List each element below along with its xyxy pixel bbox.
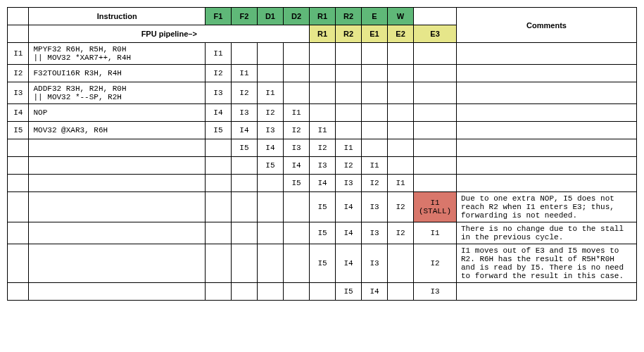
pipe-cell: I3	[362, 244, 388, 283]
table-row: I5 I4 I3	[8, 283, 637, 301]
pipe-cell: I3	[257, 122, 283, 139]
hdr-r1: R1	[309, 8, 335, 25]
hdr2-r2: R2	[336, 25, 362, 43]
stall-line: I1	[430, 199, 439, 207]
pipe-cell: I2	[257, 104, 283, 122]
row-id: I2	[8, 65, 29, 82]
table-row: I2 F32TOUI16R R3H, R4H I2 I1	[8, 65, 637, 82]
table-row: I5 I4 I3 I2 I1	[8, 157, 637, 175]
instruction-cell: NOP	[29, 104, 205, 122]
pipe-cell: I2	[205, 65, 231, 82]
row-id: I1	[8, 43, 29, 65]
pipe-cell: I2	[231, 82, 257, 104]
comment-cell: I1 moves out of E3 and I5 moves to R2. R…	[457, 244, 637, 283]
pipe-cell: I2	[388, 192, 414, 222]
pipe-cell: I3	[362, 192, 388, 222]
hdr2-e3: E3	[414, 25, 457, 43]
hdr2-e1: E1	[362, 25, 388, 43]
pipe-cell: I1	[283, 104, 309, 122]
table-row: I5 I4 I3 I2 I1	[8, 175, 637, 192]
table-row: I4 NOP I4 I3 I2 I1	[8, 104, 637, 122]
pipe-cell: I1	[205, 43, 231, 65]
row-id: I5	[8, 122, 29, 139]
pipe-cell: I1	[414, 222, 457, 244]
inst-line: ADDF32 R3H, R2H, R0H	[33, 84, 126, 93]
inst-line: MPYF32 R6H, R5H, R0H	[33, 45, 126, 54]
pipe-cell: I3	[414, 283, 457, 301]
instruction-cell: MPYF32 R6H, R5H, R0H || MOV32 *XAR7++, R…	[29, 43, 205, 65]
pipe-cell: I5	[309, 244, 335, 283]
pipe-cell: I5	[257, 157, 283, 175]
inst-line: || MOV32 *--SP, R2H	[33, 93, 121, 101]
pipe-cell: I5	[205, 122, 231, 139]
pipe-cell: I3	[309, 157, 335, 175]
pipe-cell: I2	[283, 122, 309, 139]
hdr-w: W	[388, 8, 414, 25]
pipe-cell: I5	[309, 192, 335, 222]
hdr2-e2: E2	[388, 25, 414, 43]
hdr-f2: F2	[231, 8, 257, 25]
row-id: I4	[8, 104, 29, 122]
pipe-cell: I4	[336, 192, 362, 222]
pipe-cell: I3	[336, 175, 362, 192]
instruction-cell: MOV32 @XAR3, R6H	[29, 122, 205, 139]
header-row-1: Instruction F1 F2 D1 D2 R1 R2 E W Commen…	[8, 8, 637, 25]
pipe-cell: I4	[231, 122, 257, 139]
pipe-cell: I1	[309, 122, 335, 139]
hdr-r2: R2	[336, 8, 362, 25]
pipe-cell: I2	[388, 222, 414, 244]
pipe-cell: I4	[283, 157, 309, 175]
hdr2-blank	[8, 25, 29, 43]
pipe-cell: I3	[205, 82, 231, 104]
hdr-f1: F1	[205, 8, 231, 25]
pipe-cell: I5	[336, 283, 362, 301]
hdr-blank-e3	[414, 8, 457, 25]
hdr-fpu-pipeline: FPU pipeline–>	[29, 25, 310, 43]
row-id: I3	[8, 82, 29, 104]
table-row: I5 I4 I3 I2 I1 (STALL) Due to one extra …	[8, 192, 637, 222]
pipe-cell: I3	[283, 139, 309, 157]
pipe-cell: I4	[336, 222, 362, 244]
table-row: I5 I4 I3 I2 I1 moves out of E3 and I5 mo…	[8, 244, 637, 283]
stall-line: (STALL)	[419, 207, 451, 215]
pipe-cell: I1	[362, 157, 388, 175]
pipe-cell: I4	[257, 139, 283, 157]
pipe-cell: I4	[336, 244, 362, 283]
pipe-cell: I2	[414, 244, 457, 283]
pipe-cell: I5	[283, 175, 309, 192]
table-row: I3 ADDF32 R3H, R2H, R0H || MOV32 *--SP, …	[8, 82, 637, 104]
hdr-e: E	[362, 8, 388, 25]
pipe-cell: I4	[309, 175, 335, 192]
pipe-cell: I2	[309, 139, 335, 157]
instruction-cell: ADDF32 R3H, R2H, R0H || MOV32 *--SP, R2H	[29, 82, 205, 104]
pipe-cell: I5	[309, 222, 335, 244]
pipe-cell: I4	[362, 283, 388, 301]
inst-line: || MOV32 *XAR7++, R4H	[33, 54, 131, 62]
comment-cell: Due to one extra NOP, I5 does not reach …	[457, 192, 637, 222]
table-row: I5 I4 I3 I2 I1 There is no change due to…	[8, 222, 637, 244]
pipe-cell: I2	[336, 157, 362, 175]
pipe-cell: I2	[362, 175, 388, 192]
hdr2-r1: R1	[309, 25, 335, 43]
pipe-cell: I4	[205, 104, 231, 122]
stall-cell: I1 (STALL)	[414, 192, 457, 222]
hdr-d1: D1	[257, 8, 283, 25]
pipe-cell: I1	[336, 139, 362, 157]
hdr-d2: D2	[283, 8, 309, 25]
hdr-comments: Comments	[457, 8, 637, 43]
pipe-cell: I1	[231, 65, 257, 82]
table-row: I5 MOV32 @XAR3, R6H I5 I4 I3 I2 I1	[8, 122, 637, 139]
comment-cell: There is no change due to the stall in t…	[457, 222, 637, 244]
instruction-cell: F32TOUI16R R3H, R4H	[29, 65, 205, 82]
pipe-cell: I5	[231, 139, 257, 157]
table-row: I5 I4 I3 I2 I1	[8, 139, 637, 157]
table-row: I1 MPYF32 R6H, R5H, R0H || MOV32 *XAR7++…	[8, 43, 637, 65]
pipe-cell: I3	[231, 104, 257, 122]
pipe-cell: I1	[257, 82, 283, 104]
pipe-cell: I3	[362, 222, 388, 244]
pipeline-table: Instruction F1 F2 D1 D2 R1 R2 E W Commen…	[7, 7, 637, 301]
pipe-cell: I1	[388, 175, 414, 192]
hdr-instruction: Instruction	[29, 8, 205, 25]
hdr-blank	[8, 8, 29, 25]
